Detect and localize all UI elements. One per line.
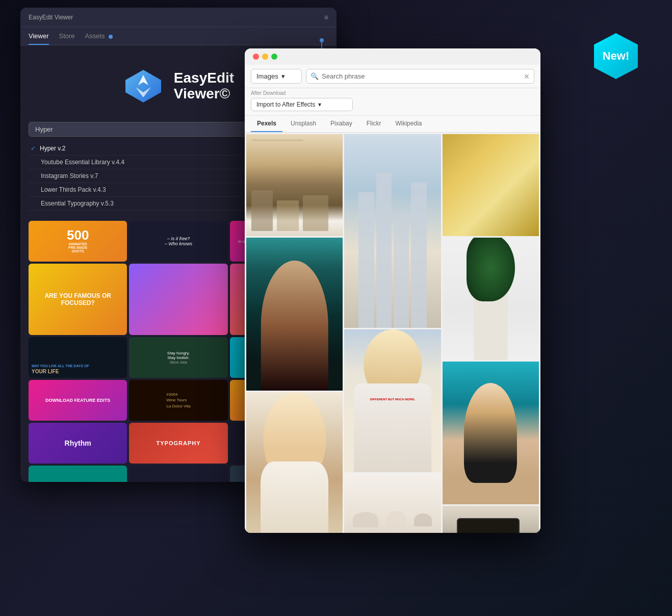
logo-name-line1: EasyEdit: [174, 70, 234, 86]
photo-model-cyan-bg[interactable]: [443, 362, 539, 504]
thumb-may-you-live[interactable]: MAY YOU LIVE ALL THE DAYS OFYOUR LIFE: [29, 337, 127, 378]
search-input-wrap: 🔍 ✕: [306, 69, 534, 84]
after-download-area: After Download Import to After Effects ▾: [245, 88, 540, 116]
tab-assets[interactable]: Assets: [85, 27, 113, 45]
assets-notification-dot: [109, 35, 113, 39]
titlebar: EasyEdit Viewer ≡: [20, 8, 337, 27]
photo-afro-woman[interactable]: [246, 238, 343, 391]
search-titlebar: [245, 48, 540, 65]
hamburger-icon[interactable]: ≡: [324, 13, 328, 21]
photo-bowls-ceramics[interactable]: [344, 474, 441, 533]
search-toolbar: Images ▾ 🔍 ✕: [245, 65, 540, 88]
thumb-label: #3004Wine ToursLa Dolce Vita: [166, 392, 190, 409]
thumb-sublabel: ANIMATEDPRE-MADESHOTS: [68, 242, 87, 253]
thumb-label: DOWNLOAD FEATURE EDITS: [43, 396, 112, 405]
thumb-label: SCROLL: [166, 481, 191, 482]
tab-viewer[interactable]: Viewer: [29, 27, 49, 45]
thumb-label: MAY YOU LIVE ALL THE DAYS OFYOUR LIFE: [32, 364, 89, 375]
after-download-label: After Download: [251, 90, 534, 96]
thumb-label: TYPOGRAPHY: [156, 440, 200, 446]
source-tab-wikipedia[interactable]: Wikipedia: [389, 116, 428, 132]
photo-blonde-woman[interactable]: [246, 392, 343, 533]
connector-dot: [320, 38, 324, 42]
type-dropdown[interactable]: Images ▾: [251, 69, 302, 84]
logo-text-block: EasyEdit Viewer©: [174, 70, 234, 102]
photo-tablet[interactable]: [443, 506, 539, 533]
easyedit-logo-icon: [123, 66, 164, 107]
photo-plant[interactable]: [443, 238, 539, 360]
search-window-content: Images ▾ 🔍 ✕ After Download Import to Af…: [245, 48, 540, 533]
window-dot-red[interactable]: [253, 54, 259, 60]
search-input[interactable]: [322, 69, 521, 83]
hexagon-shape: New!: [590, 31, 641, 82]
search-clear-icon[interactable]: ✕: [524, 72, 530, 81]
logo-name-line2: Viewer©: [174, 86, 234, 102]
source-tab-pixabay[interactable]: Pixabay: [324, 116, 358, 132]
thumb-wine-tours[interactable]: #3004Wine ToursLa Dolce Vita: [129, 380, 227, 421]
photo-gold-building[interactable]: [443, 134, 539, 236]
thumb-label: – Is it free?– Who knows: [163, 234, 194, 248]
photo-col-1: [246, 134, 343, 533]
photo-col-2: DIFFERENT BUT MUCH MORE.: [344, 134, 441, 533]
search-icon: 🔍: [311, 72, 319, 80]
nav-tabs: Viewer Store Assets: [20, 27, 337, 45]
chevron-down-icon: ▾: [281, 72, 285, 80]
source-tab-pexels[interactable]: Pexels: [251, 116, 282, 132]
thumb-is-it-free[interactable]: – Is it free?– Who knows: [129, 221, 227, 262]
thumb-typography[interactable]: TYPOGRAPHY: [129, 423, 227, 464]
thumb-stay-hungry[interactable]: Stay hungry.Stay foolish.Steve Jobs: [129, 337, 227, 378]
window-title: EasyEdit Viewer: [29, 14, 320, 21]
chevron-down-icon: ▾: [318, 101, 321, 108]
thumb-rhythm[interactable]: Rhythm: [29, 423, 127, 464]
thumb-label: 500: [67, 229, 89, 241]
window-dot-green[interactable]: [271, 54, 277, 60]
new-badge-label: New!: [603, 49, 630, 63]
new-badge: New!: [590, 31, 641, 82]
photo-woman-tshirt[interactable]: DIFFERENT BUT MUCH MORE.: [344, 329, 441, 472]
window-dot-yellow[interactable]: [262, 54, 268, 60]
thumb-500-shots[interactable]: 500 ANIMATEDPRE-MADESHOTS: [29, 221, 127, 262]
thumb-partial-green[interactable]: [129, 264, 227, 335]
source-tab-unsplash[interactable]: Unsplash: [285, 116, 322, 132]
thumb-label: Stay hungry.Stay foolish.Steve Jobs: [165, 349, 192, 367]
photo-col-3: [443, 134, 539, 533]
thumb-famous-focused[interactable]: ARE YOU FAMOUS OR FOCUSED?: [29, 264, 127, 335]
svg-marker-0: [125, 70, 161, 102]
check-icon: ✓: [31, 145, 36, 152]
tab-store[interactable]: Store: [59, 27, 75, 45]
thumb-enjoy[interactable]: ENJOY!: [29, 466, 127, 482]
photo-grid: DIFFERENT BUT MUCH MORE.: [245, 133, 540, 533]
thumb-label: ARE YOU FAMOUS OR FOCUSED?: [29, 288, 127, 311]
thumb-download-feature[interactable]: DOWNLOAD FEATURE EDITS: [29, 380, 127, 421]
package-dropdown[interactable]: Hyper: [29, 122, 253, 137]
thumb-scroll[interactable]: SCROLL: [129, 466, 227, 482]
photo-interior[interactable]: [246, 134, 343, 236]
after-download-dropdown[interactable]: Import to After Effects ▾: [251, 98, 353, 111]
source-tabs: Pexels Unsplash Pixabay Flickr Wikipedia: [245, 116, 540, 133]
source-tab-flickr[interactable]: Flickr: [360, 116, 387, 132]
thumb-label: Rhythm: [65, 439, 91, 447]
photo-architecture-columns[interactable]: [344, 134, 441, 328]
search-window: Images ▾ 🔍 ✕ After Download Import to Af…: [245, 48, 540, 533]
